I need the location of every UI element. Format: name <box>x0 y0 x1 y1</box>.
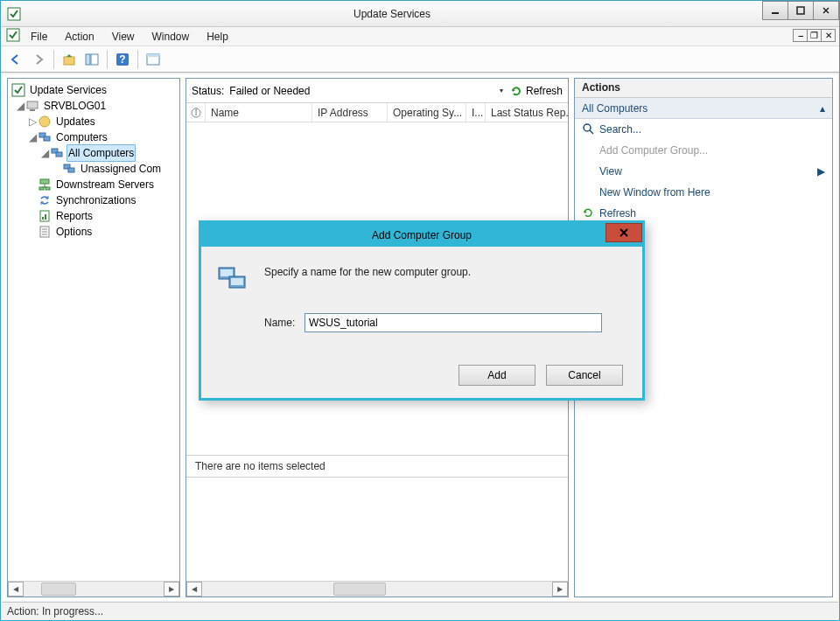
action-search[interactable]: Search... <box>575 119 832 140</box>
col-last-status[interactable]: Last Status Rep... <box>486 103 568 122</box>
dialog-instruction: Specify a name for the new computer grou… <box>264 266 471 278</box>
selection-status: There are no items selected <box>186 455 568 478</box>
expander-icon[interactable]: ◢ <box>15 98 25 114</box>
actions-context-header[interactable]: All Computers ▴ <box>575 98 832 119</box>
tree-server[interactable]: ◢SRVBLOG01 <box>11 98 178 114</box>
col-name[interactable]: Name <box>206 103 312 122</box>
svg-rect-36 <box>220 269 233 276</box>
tree-updates[interactable]: ▷Updates <box>11 114 178 129</box>
scroll-thumb[interactable] <box>41 583 76 596</box>
mdi-close-button[interactable]: ✕ <box>821 29 836 42</box>
scroll-left-icon[interactable]: ◀ <box>8 582 24 597</box>
svg-rect-6 <box>91 54 98 65</box>
maximize-button[interactable] <box>788 1 814 20</box>
svg-rect-26 <box>45 214 46 220</box>
svg-rect-25 <box>42 217 44 220</box>
app-icon <box>6 6 22 22</box>
action-new-window-label: New Window from Here <box>599 186 710 199</box>
dialog-title: Add Computer Group <box>372 229 472 241</box>
menu-action[interactable]: Action <box>58 29 101 45</box>
mdi-restore-button[interactable]: ❐ <box>807 29 822 42</box>
mdi-minimize-button[interactable]: ‒ <box>793 29 808 42</box>
scroll-right-icon[interactable]: ▶ <box>552 582 568 597</box>
tree-sync[interactable]: Synchronizations <box>11 192 178 208</box>
show-hide-tree-button[interactable] <box>82 50 102 69</box>
scroll-thumb[interactable] <box>333 583 386 596</box>
menu-file[interactable]: File <box>24 29 54 45</box>
add-computer-group-dialog: Add Computer Group Specify a name for th… <box>199 220 645 401</box>
back-button[interactable] <box>6 50 25 69</box>
tree-reports[interactable]: Reports <box>11 208 178 224</box>
selection-text: There are no items selected <box>195 460 326 472</box>
menu-bar: File Action View Window Help ‒ ❐ ✕ <box>1 27 839 46</box>
action-new-window[interactable]: New Window from Here <box>575 182 832 203</box>
scroll-track[interactable] <box>24 582 164 597</box>
expander-icon[interactable]: ◢ <box>27 129 38 145</box>
tree-pane: Update Services ◢SRVBLOG01 ▷Updates ◢Com… <box>7 78 180 597</box>
action-view-label: View <box>599 165 622 178</box>
action-view[interactable]: View ▶ <box>575 161 832 182</box>
up-button[interactable] <box>60 50 79 69</box>
menu-view[interactable]: View <box>105 29 142 45</box>
tree-options[interactable]: Options <box>11 224 178 240</box>
col-installed[interactable]: I... <box>466 103 486 122</box>
window-title: Update Services <box>22 8 762 20</box>
svg-rect-22 <box>39 187 44 190</box>
svg-point-33 <box>584 124 591 131</box>
svg-text:?: ? <box>119 53 125 66</box>
scroll-right-icon[interactable]: ▶ <box>164 582 179 597</box>
title-bar: Update Services <box>1 1 839 27</box>
menu-help[interactable]: Help <box>200 29 235 45</box>
status-dropdown[interactable]: Failed or Needed ▾ <box>228 82 506 100</box>
tree-all-computers[interactable]: ◢All Computers <box>11 145 178 161</box>
tree-hscrollbar[interactable]: ◀ ▶ <box>8 581 179 597</box>
actions-context-label: All Computers <box>582 102 648 115</box>
forward-button[interactable] <box>29 50 48 69</box>
svg-rect-21 <box>40 179 49 184</box>
dialog-name-label: Name: <box>264 317 295 329</box>
mdi-icon <box>6 28 20 45</box>
tree-computers[interactable]: ◢Computers <box>11 129 178 145</box>
scroll-left-icon[interactable]: ◀ <box>186 582 202 597</box>
scroll-track[interactable] <box>202 582 552 597</box>
tree-downstream[interactable]: Downstream Servers <box>11 177 178 192</box>
svg-rect-38 <box>231 278 243 285</box>
center-hscrollbar[interactable]: ◀ ▶ <box>186 581 568 597</box>
help-button[interactable]: ? <box>113 50 132 69</box>
chevron-right-icon: ▶ <box>817 165 825 178</box>
svg-rect-4 <box>64 57 74 65</box>
svg-text:i: i <box>194 108 197 118</box>
col-os[interactable]: Operating Sy... <box>388 103 466 122</box>
svg-rect-5 <box>86 54 90 65</box>
svg-rect-10 <box>147 54 159 57</box>
group-name-input[interactable] <box>304 313 602 332</box>
view-toggle-button[interactable] <box>144 50 163 69</box>
cancel-button[interactable]: Cancel <box>546 365 623 386</box>
svg-line-34 <box>590 130 593 134</box>
col-ip[interactable]: IP Address <box>312 103 388 122</box>
svg-rect-18 <box>56 152 62 157</box>
svg-rect-12 <box>27 101 38 108</box>
minimize-button[interactable] <box>762 1 788 20</box>
nav-tree[interactable]: Update Services ◢SRVBLOG01 ▷Updates ◢Com… <box>8 79 179 581</box>
menu-window[interactable]: Window <box>145 29 197 45</box>
main-window: Update Services File Action View Window … <box>0 0 840 621</box>
add-button[interactable]: Add <box>458 365 536 386</box>
tree-unassigned[interactable]: Unassigned Com <box>11 161 178 177</box>
action-add-group-label: Add Computer Group... <box>599 144 708 157</box>
col-info-icon[interactable]: i <box>186 103 206 122</box>
refresh-icon[interactable]: Refresh <box>509 84 563 98</box>
action-add-group[interactable]: Add Computer Group... <box>575 140 832 161</box>
expander-icon[interactable]: ▷ <box>27 114 38 129</box>
toolbar-separator <box>107 50 108 69</box>
dialog-close-button[interactable] <box>606 223 642 242</box>
dialog-title-bar[interactable]: Add Computer Group <box>201 223 642 247</box>
status-label: Status: <box>192 85 224 97</box>
close-button[interactable] <box>813 1 839 20</box>
expander-icon[interactable]: ◢ <box>39 145 50 161</box>
collapse-icon[interactable]: ▴ <box>820 102 825 115</box>
filter-bar: Status: Failed or Needed ▾ Refresh <box>186 79 568 103</box>
svg-rect-1 <box>772 12 779 14</box>
tree-root[interactable]: Update Services <box>11 82 178 98</box>
svg-rect-16 <box>44 136 50 141</box>
